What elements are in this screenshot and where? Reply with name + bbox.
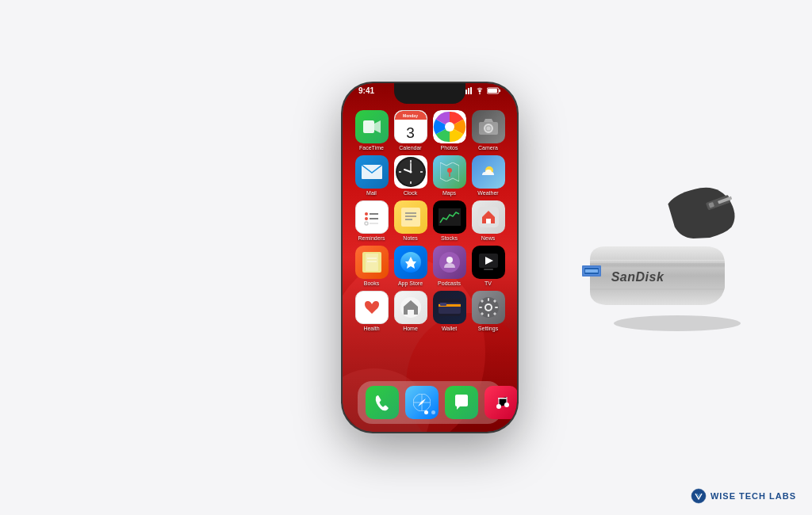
app-wallet-label: Wallet: [442, 326, 457, 331]
app-photos[interactable]: Photos: [431, 110, 467, 151]
app-podcasts[interactable]: Podcasts: [431, 246, 467, 286]
app-stocks[interactable]: Stocks: [431, 200, 467, 241]
svg-point-4: [479, 93, 481, 94]
battery-icon: [487, 87, 501, 94]
svg-rect-66: [488, 314, 489, 317]
svg-rect-68: [495, 307, 498, 308]
app-health[interactable]: Health: [354, 291, 389, 331]
app-camera-label: Camera: [478, 145, 498, 151]
dot-1: [424, 410, 428, 414]
watermark: WISE TECH LABS: [691, 488, 796, 504]
svg-rect-81: [507, 397, 508, 405]
app-appstore[interactable]: App Store: [393, 246, 428, 286]
svg-rect-2: [468, 88, 469, 94]
svg-point-35: [365, 217, 368, 220]
svg-rect-45: [486, 219, 491, 223]
page-indicator: [424, 410, 435, 414]
app-facetime-label: FaceTime: [359, 145, 384, 151]
svg-marker-16: [484, 119, 493, 122]
app-appstore-label: App Store: [398, 280, 423, 286]
svg-rect-77: [498, 398, 507, 399]
app-stocks-label: Stocks: [441, 235, 458, 241]
iphone-screen: 9:41: [343, 83, 517, 432]
app-facetime[interactable]: FaceTime: [354, 110, 389, 151]
svg-rect-39: [401, 208, 420, 227]
svg-rect-7: [488, 89, 497, 93]
dock-phone[interactable]: [366, 386, 399, 419]
svg-rect-65: [488, 298, 489, 301]
iphone-device: 9:41: [343, 83, 517, 432]
status-time: 9:41: [358, 86, 374, 95]
usb-drive-wrapper: SanDisk: [566, 177, 772, 338]
app-wallet[interactable]: Wallet: [431, 291, 467, 331]
app-news-label: News: [481, 235, 496, 241]
svg-rect-47: [366, 254, 378, 271]
iphone-mockup: 9:41: [343, 83, 517, 432]
app-tv-label: TV: [485, 280, 492, 286]
app-settings-label: Settings: [478, 326, 498, 331]
svg-point-30: [447, 168, 452, 173]
svg-point-14: [445, 122, 454, 132]
svg-rect-1: [465, 90, 467, 94]
usb-drive-svg: SanDisk: [566, 177, 772, 335]
notch: [394, 83, 465, 104]
wise-tech-labs-logo: WISE TECH LABS: [691, 488, 796, 504]
wtl-icon: [691, 488, 707, 504]
app-clock-label: Clock: [404, 190, 418, 196]
svg-rect-6: [500, 90, 501, 92]
app-home-label: Home: [403, 326, 418, 331]
dot-2: [431, 410, 435, 414]
svg-point-33: [365, 212, 368, 216]
dock-music[interactable]: [485, 386, 517, 419]
app-calendar-label: Calendar: [399, 145, 421, 151]
app-mail[interactable]: Mail: [354, 155, 389, 196]
app-health-label: Health: [363, 326, 379, 331]
app-maps-label: Maps: [442, 190, 456, 196]
svg-point-64: [486, 305, 491, 310]
svg-marker-12: [374, 120, 381, 133]
svg-rect-67: [479, 307, 482, 308]
app-grid: FaceTime Monday 3 Calendar: [343, 107, 517, 334]
app-settings[interactable]: Settings: [470, 291, 506, 331]
app-photos-label: Photos: [441, 145, 458, 151]
svg-point-82: [614, 315, 741, 331]
app-notes[interactable]: Notes: [393, 200, 428, 241]
app-maps[interactable]: Maps: [431, 155, 467, 196]
status-icons: [463, 86, 501, 95]
wifi-icon: [475, 87, 485, 94]
svg-rect-61: [440, 303, 446, 306]
svg-point-52: [446, 257, 453, 263]
svg-rect-55: [484, 269, 493, 270]
svg-rect-80: [499, 398, 500, 406]
svg-point-18: [486, 127, 490, 131]
app-notes-label: Notes: [403, 235, 417, 241]
app-news[interactable]: News: [470, 200, 506, 241]
app-clock[interactable]: Clock: [393, 155, 428, 196]
app-books-label: Books: [364, 280, 379, 286]
app-podcasts-label: Podcasts: [438, 280, 461, 286]
svg-rect-43: [439, 208, 461, 226]
svg-rect-11: [363, 120, 374, 133]
app-home[interactable]: Home: [393, 291, 428, 331]
dock-messages[interactable]: [445, 386, 478, 419]
dock: [358, 381, 502, 424]
wtl-label: WISE TECH LABS: [710, 491, 796, 501]
app-reminders[interactable]: Reminders: [354, 200, 389, 241]
app-weather[interactable]: Weather: [470, 155, 506, 196]
app-camera[interactable]: Camera: [470, 110, 506, 151]
svg-rect-89: [585, 269, 598, 273]
app-reminders-label: Reminders: [358, 235, 385, 241]
svg-rect-3: [470, 87, 472, 94]
app-tv[interactable]: TV: [470, 246, 506, 286]
app-books[interactable]: Books: [354, 246, 389, 286]
app-calendar[interactable]: Monday 3 Calendar: [393, 110, 428, 151]
svg-point-28: [409, 171, 412, 174]
app-mail-label: Mail: [366, 190, 377, 196]
svg-text:SanDisk: SanDisk: [611, 270, 665, 284]
app-weather-label: Weather: [477, 190, 498, 196]
